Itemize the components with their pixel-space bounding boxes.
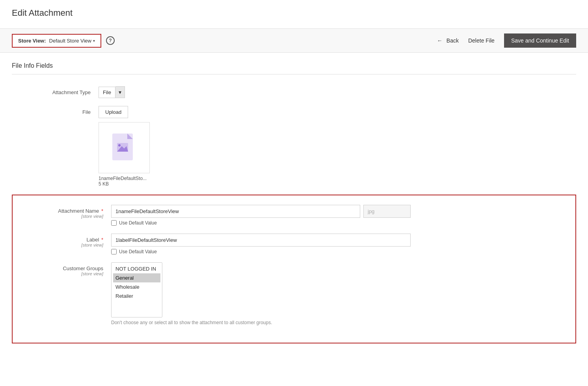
- svg-point-3: [118, 144, 121, 147]
- attachment-name-default-checkbox[interactable]: [111, 220, 117, 226]
- label-default-label: Use Default Value: [119, 249, 157, 254]
- customer-groups-row: Customer Groups [store view] NOT LOGGED …: [24, 262, 564, 325]
- dropdown-chevron-icon: ▾: [119, 89, 121, 95]
- attachment-type-label: Attachment Type: [12, 86, 99, 95]
- attachment-type-control: File ▾: [99, 86, 398, 98]
- attachment-type-row: Attachment Type File ▾: [12, 86, 576, 98]
- store-view-label: Store View:: [18, 38, 46, 44]
- attachment-type-dropdown-btn[interactable]: ▾: [115, 86, 125, 98]
- attachment-name-label: Attachment Name * [store view]: [24, 205, 111, 219]
- file-preview: [99, 122, 150, 173]
- customer-groups-label: Customer Groups [store view]: [24, 262, 111, 276]
- store-view-box: Store View: Default Store View ▾: [12, 34, 101, 48]
- customer-groups-hint: Don't choose any or select all to show t…: [111, 320, 411, 325]
- toolbar-right: ← Back Delete File Save and Continue Edi…: [437, 33, 576, 48]
- attachment-name-control: Use Default Value: [111, 205, 411, 226]
- attachment-name-input[interactable]: [111, 205, 360, 218]
- file-row: File Upload: [12, 106, 576, 187]
- attachment-name-row: Attachment Name * [store view] Use Defau…: [24, 205, 564, 226]
- upload-button[interactable]: Upload: [99, 106, 128, 118]
- attachment-name-suffix: [363, 205, 411, 218]
- save-continue-button[interactable]: Save and Continue Edit: [504, 33, 576, 48]
- file-icon-svg: [112, 133, 137, 163]
- section-title: File Info Fields: [12, 62, 576, 69]
- content-area: File Info Fields Attachment Type File ▾: [0, 53, 588, 361]
- delete-file-button[interactable]: Delete File: [468, 37, 495, 44]
- label-input[interactable]: [111, 234, 411, 247]
- page-header: Edit Attachment: [0, 0, 588, 28]
- toolbar: Store View: Default Store View ▾ ? ← Bac…: [0, 28, 588, 53]
- label-required-star: *: [101, 237, 103, 243]
- customer-groups-select[interactable]: NOT LOGGED INGeneralWholesaleRetailer: [111, 262, 162, 317]
- page-title: Edit Attachment: [12, 8, 576, 18]
- store-view-value: Default Store View: [49, 38, 91, 44]
- store-view-select[interactable]: Default Store View ▾: [49, 38, 95, 44]
- attachment-type-select[interactable]: File: [99, 87, 115, 98]
- attachment-name-default-label: Use Default Value: [119, 220, 157, 226]
- help-icon[interactable]: ?: [106, 36, 115, 45]
- bordered-section: Attachment Name * [store view] Use Defau…: [12, 195, 576, 343]
- back-arrow-icon: ←: [437, 37, 443, 44]
- attachment-name-default-row: Use Default Value: [111, 220, 411, 226]
- customer-groups-control: NOT LOGGED INGeneralWholesaleRetailer Do…: [111, 262, 411, 325]
- label-default-row: Use Default Value: [111, 249, 411, 254]
- toolbar-left: Store View: Default Store View ▾ ?: [12, 34, 115, 48]
- file-size-display: 5 KB: [99, 181, 398, 187]
- attachment-name-input-wrap: [111, 205, 411, 218]
- file-control: Upload 1nameFileDefaultSto..: [99, 106, 398, 187]
- label-default-checkbox[interactable]: [111, 249, 117, 254]
- file-name-display: 1nameFileDefaultSto...: [99, 176, 398, 181]
- label-row: Label * [store view] Use Default Value: [24, 234, 564, 254]
- section-divider: [12, 74, 576, 74]
- chevron-down-icon: ▾: [93, 39, 95, 43]
- file-label: File: [12, 106, 99, 115]
- label-field-label: Label * [store view]: [24, 234, 111, 247]
- required-star: *: [101, 208, 103, 214]
- label-control: Use Default Value: [111, 234, 411, 254]
- attachment-type-wrap: File ▾: [99, 86, 398, 98]
- page-wrapper: Edit Attachment Store View: Default Stor…: [0, 0, 588, 386]
- back-button[interactable]: ← Back: [437, 37, 459, 44]
